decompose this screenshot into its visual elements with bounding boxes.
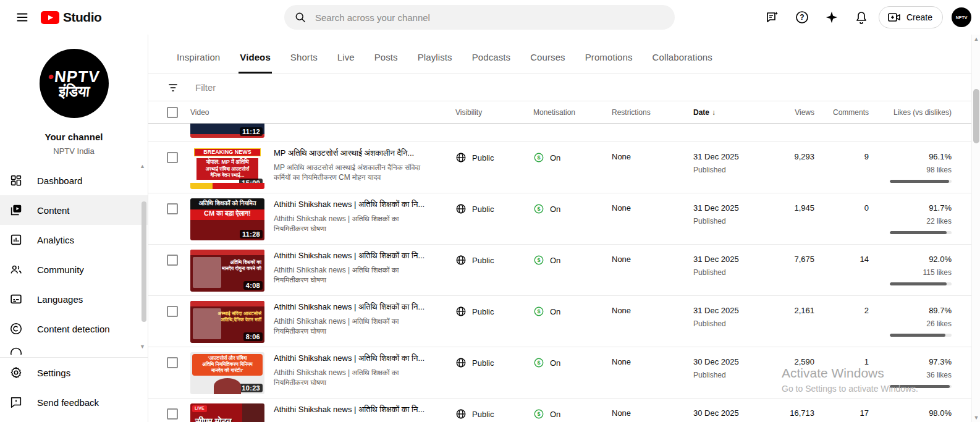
video-title[interactable]: Athithi Shikshak news | अतिथि शिक्षकों क… xyxy=(274,405,444,415)
video-thumbnail[interactable]: अतिथि शिक्षकों को नियमितCM का बड़ा ऐलान!… xyxy=(190,198,264,240)
tab-videos[interactable]: Videos xyxy=(230,52,281,74)
row-checkbox[interactable] xyxy=(167,203,178,214)
sidebar-item-dashboard[interactable]: Dashboard xyxy=(0,166,148,195)
sidebar-item-send-feedback[interactable]: Send feedback xyxy=(0,387,148,417)
sidebar-scrollbar[interactable] xyxy=(142,164,146,325)
restrictions-value: None xyxy=(612,408,631,418)
notifications-icon[interactable] xyxy=(849,5,874,30)
row-checkbox[interactable] xyxy=(167,152,178,163)
video-list: 11:12 नियमितीकरण घोषणा $ xyxy=(148,124,980,422)
tab-live[interactable]: Live xyxy=(327,52,365,74)
monetisation-value[interactable]: On xyxy=(550,358,560,368)
monetisation-dollar-icon: $ xyxy=(533,306,544,317)
likes-percentage: 89.7% xyxy=(929,306,952,315)
create-button[interactable]: Create xyxy=(879,6,943,28)
video-title[interactable]: MP अतिथि आउटसोर्स आस्थाई अंशकालीन दैनि..… xyxy=(274,148,444,158)
globe-icon xyxy=(455,357,467,368)
search-input[interactable] xyxy=(315,12,665,23)
globe-icon xyxy=(455,255,467,266)
video-title[interactable]: Athithi Shikshak news | अतिथि शिक्षकों क… xyxy=(274,302,444,312)
sidebar-item-settings[interactable]: Settings xyxy=(0,358,148,387)
video-title[interactable]: Athithi Shikshak news | अतिथि शिक्षकों क… xyxy=(274,251,444,261)
row-checkbox[interactable] xyxy=(167,357,178,368)
menu-icon[interactable] xyxy=(10,5,35,30)
thumbnail-overlay-text: अतिथि,दैनिक वेतन भर्ती xyxy=(190,317,264,323)
sidebar-item-analytics[interactable]: Analytics xyxy=(0,225,148,255)
sidebar-item-content-detection[interactable]: Content detection xyxy=(0,314,148,344)
monetisation-value[interactable]: On xyxy=(550,153,560,162)
video-thumbnail[interactable]: 11:12 xyxy=(190,124,264,138)
partial-circle-icon xyxy=(9,344,23,355)
tab-courses[interactable]: Courses xyxy=(520,52,575,74)
sidebar-item-languages[interactable]: Languages xyxy=(0,284,148,314)
video-thumbnail[interactable]: अतिथि शिक्षकों कामानदेय दोगुना करने की4:… xyxy=(190,250,264,292)
account-avatar[interactable]: NPTV xyxy=(952,7,971,27)
restrictions-value: None xyxy=(612,306,631,315)
create-label: Create xyxy=(906,12,932,22)
row-checkbox[interactable] xyxy=(167,306,178,317)
video-thumbnail[interactable]: BREAKING NEWSभोपाल: MP में अतिथिअस्थाई स… xyxy=(190,147,264,189)
monetisation-value[interactable]: On xyxy=(550,205,560,214)
svg-text:$: $ xyxy=(537,360,540,366)
likes-percentage: 92.0% xyxy=(929,255,952,264)
select-all-checkbox[interactable] xyxy=(167,107,178,118)
monetisation-value[interactable]: On xyxy=(550,256,560,265)
thumbnail-overlay-text: अतिथि शिक्षकों को नियमित xyxy=(190,200,264,208)
sidebar-scroll-down-icon[interactable]: ▼ xyxy=(140,344,145,350)
publish-status: Published xyxy=(693,319,780,328)
thumbnail-overlay-text: BREAKING NEWS xyxy=(194,148,261,156)
scroll-down-icon[interactable]: ▼ xyxy=(972,415,980,421)
monetisation-dollar-icon: $ xyxy=(533,408,544,420)
channel-avatar[interactable]: •NPTV इंडिया xyxy=(40,49,109,118)
feedback-icon[interactable] xyxy=(760,5,785,30)
column-likes: Likes (vs dislikes) xyxy=(869,108,952,117)
likes-ratio-bar xyxy=(890,282,952,285)
video-thumbnail[interactable]: 'आउटसोर्स और संविदाअतिथि नियमितिकरण मिनि… xyxy=(190,352,264,394)
visibility-value[interactable]: Public xyxy=(472,153,494,162)
tab-posts[interactable]: Posts xyxy=(365,52,408,74)
tab-playlists[interactable]: Playlists xyxy=(408,52,462,74)
help-icon[interactable]: ? xyxy=(790,5,814,30)
tab-collaborations[interactable]: Collaborations xyxy=(643,52,722,74)
column-restrictions: Restrictions xyxy=(612,108,693,117)
sidebar-item-label: Content detection xyxy=(37,324,110,334)
scrollbar-thumb[interactable] xyxy=(973,89,979,143)
visibility-value[interactable]: Public xyxy=(472,410,494,419)
partially-scrolled-row: 11:12 नियमितीकरण घोषणा $ xyxy=(148,124,980,142)
video-thumbnail[interactable]: LIVEसीएम मोहन xyxy=(190,403,264,422)
page-scrollbar[interactable]: ▲ ▼ xyxy=(971,35,980,422)
sidebar-item-community[interactable]: Community xyxy=(0,255,148,284)
sidebar-item-content[interactable]: Content xyxy=(0,195,148,225)
row-checkbox[interactable] xyxy=(167,408,178,420)
sparkle-icon[interactable] xyxy=(819,5,844,30)
video-title[interactable]: Athithi Shikshak news | अतिथि शिक्षकों क… xyxy=(274,353,444,363)
scroll-up-icon[interactable]: ▲ xyxy=(972,36,980,42)
video-duration-badge: 4:08 xyxy=(243,281,263,290)
table-row: अस्थाई संविदा आउटसोर्सअतिथि,दैनिक वेतन भ… xyxy=(148,296,980,347)
monetisation-value[interactable]: On xyxy=(550,410,560,419)
tab-inspiration[interactable]: Inspiration xyxy=(167,52,230,74)
video-title[interactable]: Athithi Shikshak news | अतिथि शिक्षकों क… xyxy=(274,200,444,209)
video-thumbnail[interactable]: अस्थाई संविदा आउटसोर्सअतिथि,दैनिक वेतन भ… xyxy=(190,301,264,343)
row-checkbox[interactable] xyxy=(167,255,178,266)
sidebar-item-partial[interactable] xyxy=(0,344,148,355)
monetisation-value[interactable]: On xyxy=(550,307,560,316)
column-date-sort[interactable]: Date ↓ xyxy=(693,108,780,117)
tab-podcasts[interactable]: Podcasts xyxy=(462,52,521,74)
comments-value: 2 xyxy=(814,296,869,347)
youtube-studio-logo[interactable]: Studio xyxy=(40,10,101,25)
visibility-value[interactable]: Public xyxy=(472,256,494,265)
visibility-value[interactable]: Public xyxy=(472,205,494,214)
feedback-bubble-icon xyxy=(9,395,23,410)
search-bar[interactable] xyxy=(284,5,675,30)
svg-text:$: $ xyxy=(537,206,540,212)
visibility-value[interactable]: Public xyxy=(472,307,494,316)
tab-shorts[interactable]: Shorts xyxy=(281,52,327,74)
tab-promotions[interactable]: Promotions xyxy=(575,52,643,74)
filter-bar[interactable]: Filter xyxy=(148,74,980,101)
thumbnail-overlay-text: अतिथि नियमितिकरण मिनिमम xyxy=(193,361,261,368)
date-value: 30 Dec 2025 xyxy=(693,408,780,418)
visibility-value[interactable]: Public xyxy=(472,358,494,368)
table-row: 'आउटसोर्स और संविदाअतिथि नियमितिकरण मिनि… xyxy=(148,347,980,399)
column-comments: Comments xyxy=(814,108,869,117)
